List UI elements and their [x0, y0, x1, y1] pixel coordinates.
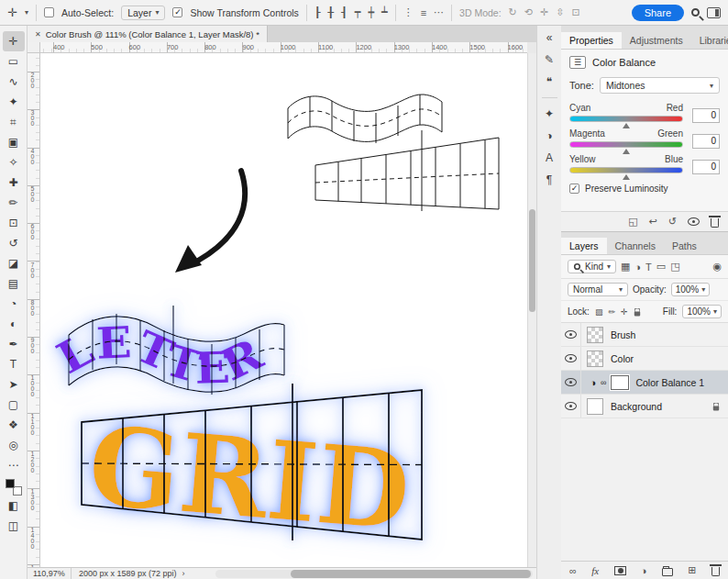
adjustment-layer-icon[interactable]: ◑ [586, 375, 601, 390]
new-group-icon[interactable] [662, 568, 673, 576]
close-icon[interactable]: ✕ [35, 30, 41, 39]
blur-tool[interactable]: ◔ [3, 294, 25, 314]
tab-adjustments[interactable]: Adjustments [622, 32, 691, 49]
history-brush-tool[interactable]: ↺ [3, 233, 25, 253]
edit-toolbar-tool[interactable]: ⋯ [3, 455, 25, 475]
cyan-red-slider[interactable] [569, 116, 683, 122]
preserve-luminosity-checkbox[interactable]: ✓ [569, 184, 579, 194]
show-transform-checkbox[interactable]: ✓ [172, 7, 182, 17]
pan-3d-icon[interactable]: ✛ [540, 6, 548, 18]
zoom-level-field[interactable]: 110,97% [28, 568, 72, 579]
layer-row-color[interactable]: Color [561, 347, 728, 371]
cyan-red-value[interactable]: 0 [692, 108, 720, 123]
new-layer-icon[interactable]: ⊞ [688, 564, 696, 576]
filter-adjustment-layers-icon[interactable]: ◑ [634, 262, 641, 273]
fill-dropdown[interactable]: 100% ▾ [682, 305, 722, 318]
vertical-scrollbar[interactable] [527, 53, 536, 567]
rectangle-tool[interactable]: ▢ [3, 395, 25, 415]
vertical-ruler[interactable]: 2003004005006007008009001000110012001300… [28, 53, 40, 567]
horizontal-ruler[interactable]: 4005006007008009001000110012001300140015… [40, 42, 527, 53]
align-center-h-icon[interactable]: ╂ [328, 6, 335, 18]
view-previous-state-icon[interactable]: ↩ [649, 216, 657, 228]
brush-settings-icon[interactable]: ✎ [545, 53, 554, 66]
blend-mode-dropdown[interactable]: Normal ▾ [568, 283, 628, 296]
type-tool[interactable]: T [3, 354, 25, 374]
visibility-toggle-icon[interactable] [688, 217, 700, 226]
slide-3d-icon[interactable]: ⇳ [556, 6, 564, 18]
hand-tool[interactable]: ❖ [3, 415, 25, 435]
layer-row-background[interactable]: Background [561, 395, 728, 418]
auto-select-checkbox[interactable] [44, 7, 54, 17]
eyedropper-tool[interactable]: ✧ [3, 152, 25, 173]
workspace-switcher-icon[interactable] [707, 7, 721, 18]
marquee-tool[interactable]: ▭ [3, 51, 25, 72]
distribute-vertical-icon[interactable]: ⋮ [403, 6, 414, 18]
align-bottom-icon[interactable]: ┷ [381, 6, 388, 18]
delete-layer-icon[interactable] [711, 567, 720, 576]
tab-channels[interactable]: Channels [607, 238, 664, 254]
link-layers-icon[interactable]: ∞ [569, 565, 577, 576]
tab-paths[interactable]: Paths [664, 238, 705, 254]
align-right-icon[interactable]: ┨ [341, 6, 347, 18]
yellow-blue-value[interactable]: 0 [692, 160, 720, 174]
filter-pixel-layers-icon[interactable]: ▦ [621, 261, 630, 273]
mask-link-icon[interactable]: ∞ [601, 378, 606, 387]
crop-tool[interactable]: ⌗ [3, 112, 25, 132]
color-panel-icon[interactable]: ◑ [546, 129, 552, 142]
frame-tool[interactable]: ▣ [3, 132, 25, 152]
tab-layers[interactable]: Layers [561, 238, 607, 254]
clone-stamp-tool[interactable]: ⊡ [3, 213, 25, 233]
lock-position-icon[interactable]: ✛ [621, 307, 628, 317]
filter-shape-layers-icon[interactable]: ▭ [656, 261, 666, 273]
reset-icon[interactable]: ↺ [668, 216, 677, 228]
dodge-tool[interactable]: ◐ [3, 314, 25, 334]
object-selection-tool[interactable]: ✦ [3, 92, 25, 112]
foreground-color-swatch[interactable] [6, 479, 15, 488]
tab-libraries[interactable]: Libraries [691, 32, 728, 49]
canvas[interactable]: LETTER GRID [40, 53, 527, 567]
align-center-v-icon[interactable]: ┿ [368, 6, 374, 18]
layer-thumbnail[interactable] [587, 327, 603, 343]
magenta-green-value[interactable]: 0 [692, 134, 720, 149]
chevron-down-icon[interactable]: ▾ [25, 8, 28, 17]
filter-toggle-icon[interactable]: ◉ [712, 261, 722, 273]
character-panel-icon[interactable]: A [546, 151, 553, 164]
color-swatches[interactable] [6, 479, 22, 495]
magenta-green-slider[interactable] [569, 141, 683, 148]
gradient-tool[interactable]: ▤ [3, 273, 25, 294]
move-tool[interactable]: ✛ [3, 31, 25, 51]
share-button[interactable]: Share [632, 5, 684, 21]
visibility-eye-icon[interactable] [565, 330, 577, 339]
lock-transparent-icon[interactable]: ▨ [595, 307, 603, 317]
orbit-3d-icon[interactable]: ↻ [509, 6, 517, 18]
layer-row-color-balance[interactable]: ◑ ∞ Color Balance 1 [561, 371, 728, 395]
filter-type-layers-icon[interactable]: T [645, 262, 652, 273]
path-selection-tool[interactable]: ➤ [3, 374, 25, 395]
zoom-tool[interactable]: ◎ [3, 435, 25, 455]
lock-all-icon[interactable] [634, 312, 639, 317]
horizontal-scrollbar-thumb[interactable] [291, 570, 531, 578]
clip-to-layer-icon[interactable]: ◱ [628, 216, 637, 228]
eraser-tool[interactable]: ◪ [3, 253, 25, 273]
opacity-dropdown[interactable]: 100% ▾ [671, 283, 711, 296]
slider-thumb[interactable] [623, 174, 630, 180]
quick-mask-button[interactable]: ◧ [3, 495, 25, 516]
visibility-eye-icon[interactable] [565, 378, 577, 386]
screen-mode-button[interactable]: ◫ [3, 516, 25, 536]
delete-adjustment-icon[interactable] [711, 218, 719, 228]
horizontal-scrollbar[interactable] [215, 570, 533, 578]
brushes-panel-icon[interactable]: ✦ [545, 107, 554, 120]
lock-pixels-icon[interactable]: ✏ [608, 307, 615, 317]
healing-brush-tool[interactable]: ✚ [3, 173, 25, 193]
scale-3d-icon[interactable]: ⊡ [571, 6, 579, 18]
pen-tool[interactable]: ✒ [3, 334, 25, 354]
vertical-scrollbar-thumb[interactable] [529, 209, 535, 312]
align-left-icon[interactable]: ┠ [314, 6, 321, 18]
paragraph-panel-icon[interactable]: ¶ [546, 173, 552, 186]
distribute-horizontal-icon[interactable]: ≡ [421, 7, 426, 18]
move-tool-icon[interactable]: ✛ [7, 6, 17, 19]
filter-smart-objects-icon[interactable]: ◳ [670, 261, 679, 273]
tab-properties[interactable]: Properties [561, 32, 622, 49]
visibility-eye-icon[interactable] [565, 354, 577, 362]
layer-thumbnail[interactable] [587, 398, 603, 415]
